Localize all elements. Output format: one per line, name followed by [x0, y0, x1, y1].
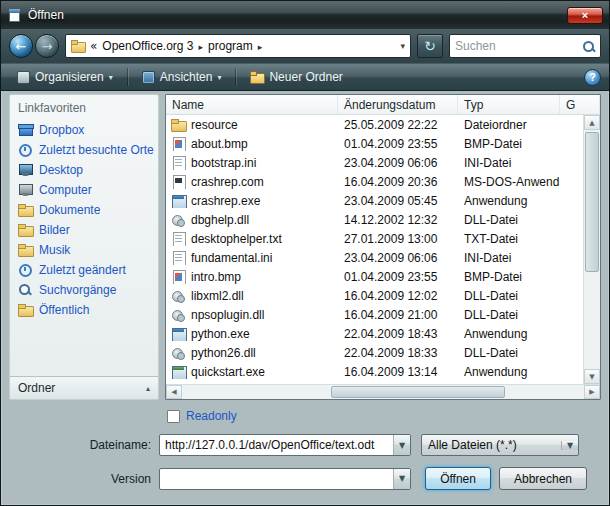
sidebar-item-desktop[interactable]: Desktop — [10, 160, 158, 180]
file-name: npsoplugin.dll — [191, 308, 264, 322]
close-button[interactable]: × — [567, 7, 603, 24]
vertical-scrollbar[interactable]: ▲ ▼ — [583, 115, 600, 384]
readonly-label[interactable]: Readonly — [186, 409, 237, 423]
txt-file-icon — [171, 232, 186, 246]
file-name: dbghelp.dll — [191, 213, 249, 227]
scroll-left-icon[interactable]: ◀ — [166, 385, 182, 399]
chevron-down-icon: ▾ — [109, 73, 113, 82]
title-bar[interactable]: Öffnen × — [1, 1, 609, 29]
horizontal-scrollbar[interactable]: ◀ ▶ — [166, 384, 600, 399]
folders-toggle[interactable]: Ordner ▴ — [10, 376, 158, 399]
sidebar-item-label: Zuletzt besuchte Orte — [39, 143, 154, 157]
search-box[interactable] — [449, 34, 601, 58]
filename-input[interactable] — [160, 435, 393, 455]
file-date: 22.04.2009 18:33 — [338, 346, 458, 360]
cancel-button[interactable]: Abbrechen — [499, 467, 587, 490]
sidebar-item--ffentlich[interactable]: Öffentlich — [10, 300, 158, 320]
scroll-up-icon[interactable]: ▲ — [584, 115, 600, 130]
version-label: Version — [1, 472, 159, 486]
column-header-name[interactable]: Name — [166, 95, 338, 114]
file-row[interactable]: python26.dll 22.04.2009 18:33 DLL-Datei — [166, 343, 583, 362]
file-date: 23.04.2009 06:06 — [338, 251, 458, 265]
app-file-icon — [171, 194, 186, 208]
readonly-checkbox[interactable] — [167, 410, 180, 423]
readonly-row: Readonly — [167, 409, 609, 423]
breadcrumb-overflow-chevron[interactable]: « — [90, 39, 97, 53]
refresh-button[interactable]: ↻ — [417, 34, 443, 58]
file-type: Anwendung — [458, 365, 560, 379]
file-date: 23.04.2009 06:06 — [338, 156, 458, 170]
breadcrumb-item-openoffice[interactable]: OpenOffice.org 3 — [102, 39, 193, 53]
file-row[interactable]: npsoplugin.dll 16.04.2009 21:00 DLL-Date… — [166, 305, 583, 324]
breadcrumb-item-program[interactable]: program — [208, 39, 253, 53]
organize-button[interactable]: Organisieren ▾ — [9, 67, 121, 87]
new-folder-button[interactable]: Neuer Ordner — [242, 67, 350, 87]
file-row[interactable]: python.exe 22.04.2009 18:43 Anwendung — [166, 324, 583, 343]
help-button[interactable]: ? — [584, 69, 601, 86]
sidebar-item-label: Musik — [39, 243, 70, 257]
sidebar-item-zuletzt-ge-ndert[interactable]: Zuletzt geändert — [10, 260, 158, 280]
scroll-right-icon[interactable]: ▶ — [584, 385, 600, 399]
file-row[interactable]: crashrep.exe 23.04.2009 05:45 Anwendung — [166, 191, 583, 210]
new-folder-label: Neuer Ordner — [269, 70, 342, 84]
file-row[interactable]: dbghelp.dll 14.12.2002 12:32 DLL-Datei — [166, 210, 583, 229]
open-button[interactable]: Öffnen — [425, 467, 491, 490]
views-button[interactable]: Ansichten ▾ — [134, 67, 230, 87]
sidebar-item-zuletzt-besuchte-orte[interactable]: Zuletzt besuchte Orte — [10, 140, 158, 160]
filetype-select[interactable]: Alle Dateien (*.*) ▼ — [421, 434, 579, 456]
version-combobox[interactable]: ▼ — [159, 468, 411, 490]
recent-icon — [18, 263, 33, 277]
navigation-bar: ← → « OpenOffice.org 3 program ▾ ↻ — [1, 29, 609, 63]
file-row[interactable]: desktophelper.txt 27.01.2009 13:00 TXT-D… — [166, 229, 583, 248]
organize-label: Organisieren — [35, 70, 104, 84]
dll-file-icon — [171, 289, 186, 303]
toolbar-separator — [127, 68, 128, 86]
sidebar-item-suchvorg-nge[interactable]: Suchvorgänge — [10, 280, 158, 300]
search-input[interactable] — [455, 39, 573, 53]
file-type: DLL-Datei — [458, 289, 560, 303]
column-header-size[interactable]: G — [560, 95, 600, 114]
scroll-down-icon[interactable]: ▼ — [584, 369, 600, 384]
horizontal-scrollbar-thumb[interactable] — [331, 386, 505, 398]
file-name: quickstart.exe — [191, 365, 265, 379]
version-input[interactable] — [160, 469, 393, 489]
folder-icon — [18, 203, 33, 217]
filename-dropdown-icon[interactable]: ▼ — [393, 435, 410, 455]
file-row[interactable]: resource 25.05.2009 22:22 Dateiordner — [166, 115, 583, 134]
back-button[interactable]: ← — [9, 34, 33, 58]
filetype-value: Alle Dateien (*.*) — [422, 438, 561, 452]
file-row[interactable]: fundamental.ini 23.04.2009 06:06 INI-Dat… — [166, 248, 583, 267]
sidebar-item-dropbox[interactable]: Dropbox — [10, 120, 158, 140]
filetype-dropdown-icon[interactable]: ▼ — [561, 441, 578, 450]
version-dropdown-icon[interactable]: ▼ — [393, 469, 410, 489]
dos-file-icon — [171, 175, 186, 189]
sidebar-item-musik[interactable]: Musik — [10, 240, 158, 260]
search-icon[interactable] — [582, 40, 595, 53]
sidebar-item-dokumente[interactable]: Dokumente — [10, 200, 158, 220]
column-header-type[interactable]: Typ — [458, 95, 560, 114]
column-header-date[interactable]: Änderungsdatum — [338, 95, 458, 114]
breadcrumb[interactable]: « OpenOffice.org 3 program ▾ — [65, 34, 411, 58]
chevron-right-icon[interactable] — [199, 39, 204, 53]
toolbar-separator — [235, 68, 236, 86]
file-row[interactable]: bootstrap.ini 23.04.2009 06:06 INI-Datei — [166, 153, 583, 172]
file-type: BMP-Datei — [458, 270, 560, 284]
chevron-down-icon: ▾ — [217, 73, 221, 82]
sidebar-item-label: Bilder — [39, 223, 70, 237]
file-row[interactable]: about.bmp 01.04.2009 23:55 BMP-Datei — [166, 134, 583, 153]
file-row[interactable]: crashrep.com 16.04.2009 20:36 MS-DOS-Anw… — [166, 172, 583, 191]
file-row[interactable]: quickstart.exe 16.04.2009 13:14 Anwendun… — [166, 362, 583, 381]
filename-row: Dateiname: ▼ Alle Dateien (*.*) ▼ — [1, 434, 609, 456]
breadcrumb-dropdown-icon[interactable]: ▾ — [400, 41, 405, 51]
chevron-right-icon[interactable] — [258, 39, 263, 53]
file-type: Anwendung — [458, 327, 560, 341]
filename-combobox[interactable]: ▼ — [159, 434, 411, 456]
vertical-scrollbar-thumb[interactable] — [585, 132, 599, 272]
forward-button[interactable]: → — [35, 34, 59, 58]
file-row[interactable]: libxml2.dll 16.04.2009 12:02 DLL-Datei — [166, 286, 583, 305]
sidebar-item-bilder[interactable]: Bilder — [10, 220, 158, 240]
sidebar-item-computer[interactable]: Computer — [10, 180, 158, 200]
sidebar-item-label: Suchvorgänge — [39, 283, 116, 297]
bmp-file-icon — [171, 270, 186, 284]
file-row[interactable]: intro.bmp 01.04.2009 23:55 BMP-Datei — [166, 267, 583, 286]
